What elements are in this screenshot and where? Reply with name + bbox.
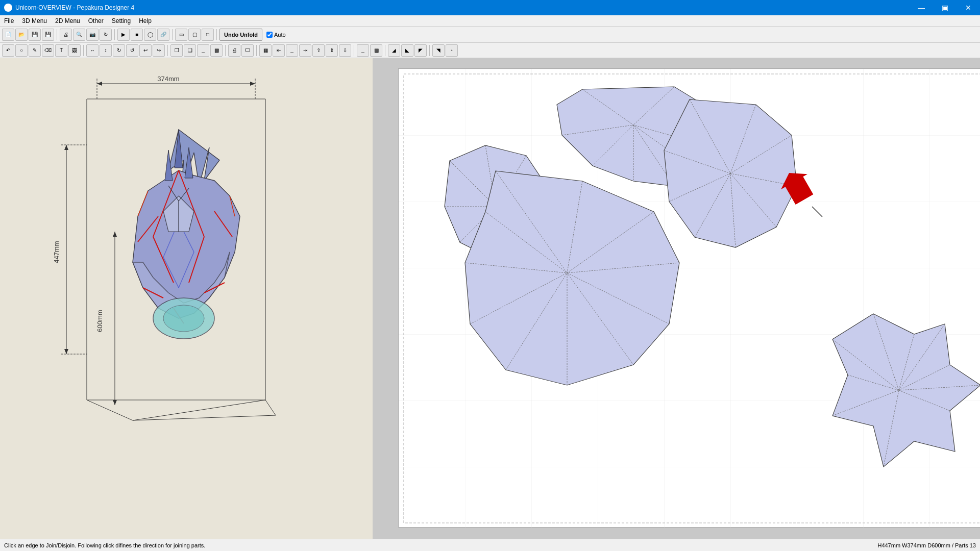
align-r-button[interactable]: ⇥ (299, 44, 311, 57)
svg-line-7 (133, 415, 276, 420)
open-button[interactable]: 📂 (15, 29, 28, 41)
menu-2d[interactable]: 2D Menu (51, 16, 84, 26)
svg-text:600mm: 600mm (96, 310, 104, 332)
extra1-button[interactable]: ◥ (432, 44, 445, 57)
sep3 (172, 29, 173, 40)
split-button[interactable]: ⎯ (197, 44, 209, 57)
sep1 (57, 29, 57, 40)
svg-marker-21 (113, 232, 117, 237)
sep4 (216, 29, 217, 40)
svg-marker-16 (64, 349, 68, 354)
link-button[interactable]: 🔗 (157, 29, 169, 41)
rect-button[interactable]: ▭ (175, 29, 187, 41)
model-svg: 374mm 447mm 600mm (0, 58, 373, 538)
zoom-button[interactable]: 🔍 (73, 29, 85, 41)
export-button[interactable]: 🖵 (241, 44, 254, 57)
svg-marker-10 (250, 82, 255, 86)
svg-marker-22 (113, 400, 117, 405)
group-button[interactable]: ❐ (170, 44, 183, 57)
merge-button[interactable]: ▩ (210, 44, 223, 57)
align-b-button[interactable]: ⇩ (339, 44, 351, 57)
undo-button[interactable]: ↩ (139, 44, 152, 57)
camera-button[interactable]: 📷 (86, 29, 99, 41)
sep7 (225, 45, 226, 56)
menu-help[interactable]: Help (135, 16, 156, 26)
status-message: Click an edge to Join/Disjoin. Following… (4, 542, 205, 548)
minimize-button[interactable]: — (910, 0, 933, 15)
save-button[interactable]: 💾 (29, 29, 41, 41)
flatten-button[interactable]: ◣ (401, 44, 413, 57)
sep2 (114, 29, 115, 40)
sep11 (429, 45, 430, 56)
menu-other[interactable]: Other (84, 16, 108, 26)
close-button[interactable]: ✕ (957, 0, 980, 15)
window-controls[interactable]: — ▣ ✕ (910, 0, 980, 15)
paper-svg (399, 69, 980, 528)
window-title: Unicorn-OVERVIEW - Pepakura Designer 4 (15, 4, 134, 11)
undo-unfold-button[interactable]: Undo Unfold (219, 29, 262, 41)
pointer-button[interactable]: ↶ (2, 44, 14, 57)
menu-setting[interactable]: Setting (108, 16, 135, 26)
print2-button[interactable]: 🖨 (228, 44, 240, 57)
rect2-button[interactable]: ▢ (188, 29, 201, 41)
title-bar: Unicorn-OVERVIEW - Pepakura Designer 4 —… (0, 0, 980, 15)
left-panel-3d[interactable]: 374mm 447mm 600mm (0, 58, 373, 539)
status-bar: Click an edge to Join/Disjoin. Following… (0, 539, 980, 551)
align-m-button[interactable]: ⇕ (326, 44, 338, 57)
fold-button[interactable]: ◢ (388, 44, 400, 57)
lasso-button[interactable]: ○ (15, 44, 28, 57)
svg-line-5 (133, 400, 265, 420)
right-panel-2d[interactable] (373, 58, 980, 539)
paper-area (398, 68, 980, 528)
arrange-button[interactable]: ▦ (259, 44, 272, 57)
edge-button[interactable]: ■ (131, 29, 143, 41)
auto-label: Auto (266, 32, 286, 38)
flip-v-button[interactable]: ↕ (100, 44, 112, 57)
svg-line-4 (87, 400, 133, 420)
toolbar2: ↶ ○ ✎ ⌫ T 🖼 ↔ ↕ ↻ ↺ ↩ ↪ ❐ ❑ ⎯ ▩ 🖨 🖵 ▦ ⇤ … (0, 43, 980, 58)
select3d-button[interactable]: ▶ (117, 29, 130, 41)
sep5 (83, 45, 84, 56)
sep10 (385, 45, 385, 56)
edge2-button[interactable]: ◤ (414, 44, 427, 57)
auto-checkbox[interactable] (266, 32, 273, 38)
maximize-button[interactable]: ▣ (933, 0, 957, 15)
eraser-button[interactable]: ⌫ (42, 44, 54, 57)
ungroup-button[interactable]: ❑ (184, 44, 196, 57)
rotate-cw-button[interactable]: ↻ (113, 44, 125, 57)
sep8 (256, 45, 257, 56)
save-as-button[interactable]: 💾 (42, 29, 54, 41)
circle-select-button[interactable]: ◯ (144, 29, 156, 41)
sep6 (167, 45, 168, 56)
toolbar1: 📄 📂 💾 💾 🖨 🔍 📷 ↻ ▶ ■ ◯ 🔗 ▭ ▢ □ Undo Unfol… (0, 27, 980, 43)
redo-button[interactable]: ↪ (153, 44, 165, 57)
box-button[interactable]: □ (202, 29, 214, 41)
rotate3d-button[interactable]: ↻ (100, 29, 112, 41)
auto-text: Auto (274, 32, 286, 38)
app-icon (4, 4, 12, 12)
dist-h-button[interactable]: ⎯ (357, 44, 369, 57)
svg-text:374mm: 374mm (157, 75, 179, 83)
align-l-button[interactable]: ⇤ (273, 44, 285, 57)
svg-marker-9 (97, 82, 102, 86)
align-c-button[interactable]: ⎯ (286, 44, 298, 57)
menu-3d[interactable]: 3D Menu (18, 16, 51, 26)
status-info: H447mm W374mm D600mm / Parts 13 (877, 542, 976, 548)
rotate-ccw-button[interactable]: ↺ (126, 44, 138, 57)
menu-file[interactable]: File (0, 16, 18, 26)
dist-v-button[interactable]: ▩ (370, 44, 382, 57)
svg-point-41 (163, 305, 204, 332)
print-button[interactable]: 🖨 (60, 29, 72, 41)
main-content: 374mm 447mm 600mm (0, 58, 980, 539)
new-button[interactable]: 📄 (2, 29, 14, 41)
align-t-button[interactable]: ⇧ (312, 44, 325, 57)
menu-bar: File 3D Menu 2D Menu Other Setting Help (0, 15, 980, 27)
svg-line-6 (265, 400, 276, 415)
pen-button[interactable]: ✎ (29, 44, 41, 57)
extra2-button[interactable]: ◦ (446, 44, 458, 57)
flip-h-button[interactable]: ↔ (86, 44, 99, 57)
image-button[interactable]: 🖼 (68, 44, 81, 57)
text-button[interactable]: T (55, 44, 67, 57)
svg-text:447mm: 447mm (53, 241, 60, 263)
svg-marker-15 (64, 145, 68, 150)
